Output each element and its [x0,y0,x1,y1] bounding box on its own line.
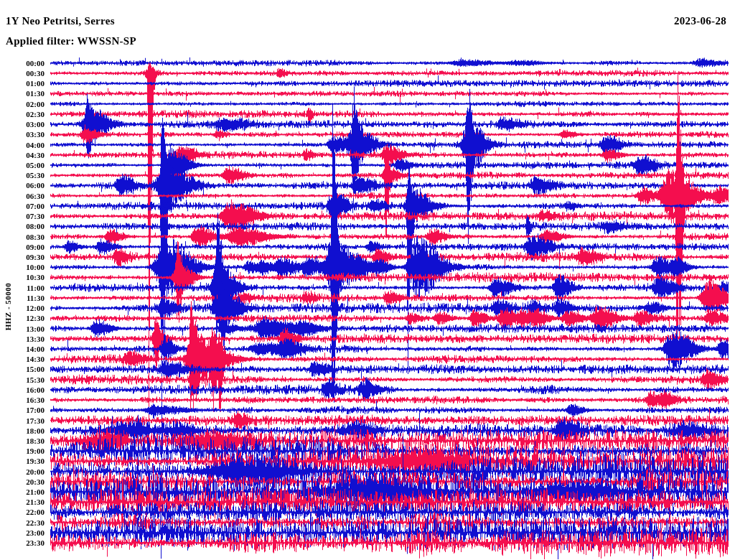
row-time-label: 18:00 [0,426,45,435]
row-time-label: 05:30 [0,171,45,179]
row-time-label: 20:00 [0,467,45,476]
row-time-label: 11:00 [0,284,45,292]
row-time-label: 18:30 [0,437,45,445]
row-time-label: 04:30 [0,151,45,159]
row-time-label: 19:30 [0,457,45,465]
time-axis: 00:0000:3001:0001:3002:0002:3003:0003:30… [0,0,45,560]
row-time-label: 02:30 [0,110,45,118]
row-time-label: 01:30 [0,89,45,98]
row-time-label: 12:30 [0,314,45,322]
date-label: 2023-06-28 [674,15,726,27]
row-time-label: 21:30 [0,498,45,506]
row-time-label: 15:30 [0,375,45,384]
row-time-label: 11:30 [0,294,45,302]
row-time-label: 17:00 [0,406,45,414]
row-time-label: 00:30 [0,69,45,78]
row-time-label: 07:00 [0,202,45,210]
row-time-label: 20:30 [0,477,45,486]
row-time-label: 23:00 [0,528,45,537]
row-time-label: 03:30 [0,130,45,139]
row-time-label: 04:00 [0,141,45,149]
row-time-label: 13:30 [0,335,45,343]
row-time-label: 17:30 [0,416,45,425]
row-time-label: 21:00 [0,487,45,496]
row-time-label: 23:30 [0,538,45,547]
row-time-label: 06:00 [0,181,45,190]
row-time-label: 22:00 [0,508,45,516]
row-time-label: 08:00 [0,222,45,230]
row-time-label: 09:00 [0,243,45,251]
row-time-label: 06:30 [0,192,45,200]
row-time-label: 22:30 [0,518,45,527]
row-time-label: 15:00 [0,365,45,373]
row-time-label: 13:00 [0,325,45,333]
row-time-label: 07:30 [0,212,45,220]
row-time-label: 02:00 [0,100,45,108]
row-time-label: 14:00 [0,345,45,353]
row-time-label: 19:00 [0,447,45,455]
row-time-label: 08:30 [0,233,45,241]
row-time-label: 01:00 [0,79,45,88]
row-time-label: 05:00 [0,161,45,169]
row-time-label: 10:00 [0,263,45,271]
row-time-label: 16:00 [0,386,45,394]
row-time-label: 10:30 [0,273,45,281]
row-time-label: 00:00 [0,59,45,67]
row-time-label: 12:00 [0,304,45,312]
row-time-label: 09:30 [0,253,45,261]
helicorder-canvas [0,0,735,560]
row-time-label: 14:30 [0,355,45,363]
seismogram-view: 1Y Neo Petritsi, Serres Applied filter: … [0,0,735,560]
row-time-label: 16:30 [0,396,45,404]
row-time-label: 03:00 [0,120,45,129]
